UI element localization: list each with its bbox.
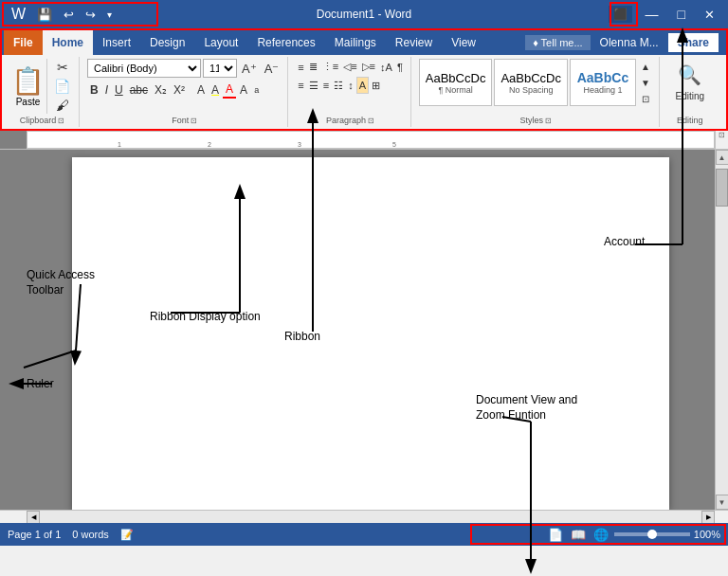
align-center-btn[interactable]: ☰ [307,77,320,94]
font-expand-icon[interactable]: ⊡ [191,117,197,125]
decrease-indent-btn[interactable]: ◁≡ [341,59,358,75]
text-highlight-btn[interactable]: A [209,82,222,98]
proofing-icon[interactable]: 📝 [120,529,134,541]
print-view-btn[interactable]: 📄 [546,528,565,542]
scroll-thumb[interactable] [716,169,728,207]
maximize-btn[interactable]: □ [672,5,691,24]
share-btn[interactable]: Share [668,33,719,52]
window-title: Document1 - Word [317,8,411,21]
undo-icon[interactable]: ↩ [60,6,78,24]
para-buttons-row2: ≡ ☰ ≡ ☷ ↕ A ⊞ [296,77,404,94]
vertical-scrollbar[interactable]: ▲ ▼ [715,150,728,510]
ruler: 1 2 3 5 [27,131,715,149]
web-view-btn[interactable]: 🌐 [592,528,610,542]
user-account-btn[interactable]: Olenna M... [594,34,664,51]
bullets-btn[interactable]: ≡ [296,59,305,75]
align-right-btn[interactable]: ≡ [321,77,331,94]
underline-btn[interactable]: U [112,82,126,98]
style-nospacing-item[interactable]: AaBbCcDc No Spacing [494,59,568,106]
style-normal-item[interactable]: AaBbCcDc ¶ Normal [419,59,493,106]
subscript-btn[interactable]: X₂ [152,82,170,98]
shading-btn[interactable]: A [356,77,369,94]
tab-insert[interactable]: Insert [93,30,140,55]
scroll-up-btn[interactable]: ▲ [716,150,729,165]
clipboard-expand-icon[interactable]: ⊡ [58,117,64,125]
show-hide-btn[interactable]: ¶ [395,59,405,75]
font-size-up-btn[interactable]: A [237,82,250,98]
scroll-track[interactable] [716,165,728,495]
font-name-select[interactable]: Calibri (Body) [87,59,201,78]
tab-review[interactable]: Review [386,30,442,55]
save-icon[interactable]: 💾 [33,6,56,24]
status-bar: Page 1 of 1 0 words 📝 📄 📖 🌐 100% [0,523,728,546]
line-spacing-btn[interactable]: ↕ [346,77,355,94]
italic-btn[interactable]: I [102,82,111,98]
ruler-ticks: 1 2 3 5 [27,132,714,148]
text-effects-btn[interactable]: A [194,82,208,98]
tab-layout[interactable]: Layout [194,30,247,55]
style-h1-item[interactable]: AaBbCc Heading 1 [570,59,636,106]
tab-home[interactable]: Home [43,30,93,55]
zoom-slider-thumb[interactable] [647,530,657,539]
minimize-btn[interactable]: — [640,5,664,24]
align-left-btn[interactable]: ≡ [296,77,305,94]
h-scroll-right-btn[interactable]: ▶ [701,511,715,524]
document-area: ▲ ▼ [0,150,728,510]
font-color-btn[interactable]: A [223,81,236,99]
h-scroll-track[interactable] [40,511,701,523]
document-scroll-area[interactable] [27,150,715,510]
styles-expand-icon[interactable]: ⊡ [545,117,552,125]
h-scroll-left-btn[interactable]: ◀ [27,511,40,524]
paste-icon: 📋 [11,65,45,97]
ruler-left-margin [0,131,27,149]
superscript-btn[interactable]: X² [171,82,188,98]
increase-indent-btn[interactable]: ▷≡ [360,59,377,75]
format-painter-btn[interactable]: 🖌 [51,97,73,114]
sort-btn[interactable]: ↕A [378,59,394,75]
bold-btn[interactable]: B [87,82,101,98]
font-group-content: Calibri (Body) 11 A⁺ A⁻ B I U abc X₂ [87,59,282,99]
decrease-font-btn[interactable]: A⁻ [262,59,282,78]
justify-btn[interactable]: ☷ [332,77,345,94]
find-btn[interactable]: 🔍 [675,63,704,87]
ribbon-display-btn[interactable]: ⬛ [609,6,632,23]
multilevel-btn[interactable]: ⋮≡ [320,59,340,75]
scroll-down-btn[interactable]: ▼ [716,495,729,510]
tab-design[interactable]: Design [140,30,194,55]
customize-qa-icon[interactable]: ▾ [103,8,116,22]
editing-content: 🔍 Editing [675,59,704,101]
tab-view[interactable]: View [442,30,485,55]
styles-down-btn[interactable]: ▼ [638,77,653,89]
tab-file[interactable]: File [4,30,43,55]
copy-btn[interactable]: 📄 [51,78,73,95]
styles-group: AaBbCcDc ¶ Normal AaBbCcDc No Spacing Aa… [413,57,660,127]
font-format-buttons: B I U abc X₂ X² A A A A a [87,81,282,99]
numbering-btn[interactable]: ≣ [307,59,319,75]
borders-btn[interactable]: ⊞ [370,77,382,94]
zoom-slider[interactable] [614,532,690,536]
ruler-right-end: ⊡ [715,131,728,149]
font-size-down-btn[interactable]: a [251,84,262,96]
tell-me-input[interactable]: ♦ Tell me... [525,35,590,50]
zoom-level: 100% [694,529,720,540]
strikethrough-btn[interactable]: abc [127,82,151,98]
increase-font-btn[interactable]: A⁺ [239,59,260,78]
ruler-scroll-icon[interactable]: ⊡ [719,131,725,139]
redo-icon[interactable]: ↪ [82,6,100,24]
paragraph-expand-icon[interactable]: ⊡ [368,117,374,125]
cut-btn[interactable]: ✂ [51,59,73,76]
para-content: ≡ ≣ ⋮≡ ◁≡ ▷≡ ↕A ¶ ≡ ☰ ≡ ☷ ↕ A [296,59,404,94]
quick-access-toolbar: W 💾 ↩ ↪ ▾ [8,4,116,25]
font-size-select[interactable]: 11 [203,59,237,78]
styles-up-btn[interactable]: ▲ [638,61,653,73]
styles-more-btn[interactable]: ⊡ [638,93,653,105]
read-view-btn[interactable]: 📖 [569,528,588,542]
tab-references[interactable]: References [247,30,324,55]
ruler-mark-5: 5 [392,141,396,148]
editing-label-text: Editing [676,91,705,101]
paste-btn[interactable]: 📋 Paste [11,65,45,107]
tab-mailings[interactable]: Mailings [325,30,386,55]
ribbon: File Home Insert Design Layout Reference… [0,28,728,131]
close-btn[interactable]: ✕ [699,6,720,24]
tab-right-area: ♦ Tell me... Olenna M... Share [525,33,726,52]
